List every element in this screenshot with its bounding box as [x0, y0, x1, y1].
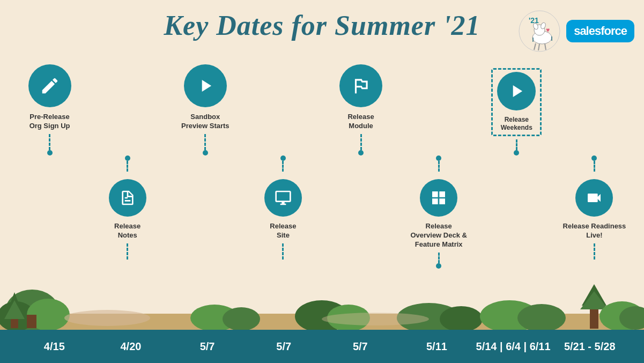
release-readiness-dot [591, 155, 597, 161]
release-readiness-label: Release ReadinessLive! [563, 222, 626, 240]
release-module-label: ReleaseModule [347, 113, 374, 131]
video-icon [586, 189, 603, 206]
release-overview-vline-bottom [438, 253, 440, 263]
col-release-weekends: ReleaseWeekends [478, 68, 556, 155]
col-release-module: ReleaseModule [322, 64, 400, 155]
sandbox-dot [203, 150, 208, 155]
pre-release-label: Pre-ReleaseOrg Sign Up [29, 113, 70, 131]
module-vline-bottom [360, 134, 362, 150]
salesforce-logo: salesforce [566, 20, 634, 42]
release-weekends-icon-circle [497, 72, 536, 110]
release-overview-dot [436, 155, 441, 161]
sf-logo-text: salesforce [574, 24, 627, 38]
weekends-vline-bottom [516, 139, 517, 150]
release-weekends-label: ReleaseWeekends [497, 116, 536, 132]
sandbox-preview-label: SandboxPreview Starts [181, 113, 230, 131]
release-site-dot [280, 155, 286, 161]
release-overview-label: ReleaseOverview Deck &Feature Matrix [410, 222, 467, 249]
date-label-8: 5/21 - 5/28 [551, 340, 628, 353]
col-release-readiness: Release ReadinessLive! [556, 155, 633, 260]
svg-text:♥: ♥ [546, 26, 550, 34]
goat-badge-icon: '21 ♥ [518, 10, 561, 53]
date-label-4: 5/7 [246, 340, 322, 353]
release-notes-dot [125, 155, 130, 161]
col-release-site: ReleaseSite [244, 155, 322, 260]
col-release-notes: ReleaseNotes [88, 155, 166, 260]
release-site-vline-bottom [282, 243, 284, 260]
date-label-2: 4/20 [93, 340, 169, 353]
col-release-overview: ReleaseOverview Deck &Feature Matrix [400, 155, 478, 269]
document-icon [119, 189, 136, 206]
release-weekends-dashed-box: ReleaseWeekends [491, 68, 542, 136]
col-sandbox-preview: SandboxPreview Starts [166, 64, 244, 155]
release-readiness-vline-top [594, 161, 595, 172]
date-label-3: 5/7 [169, 340, 246, 353]
date-label-6: 5/11 [398, 340, 475, 353]
release-readiness-vline-bottom [594, 243, 595, 260]
sandbox-vline-bottom [204, 134, 206, 150]
logo-area: '21 ♥ salesforce [518, 10, 634, 53]
play-icon [195, 76, 216, 96]
release-site-label: ReleaseSite [270, 222, 296, 240]
grid-icon [430, 189, 447, 206]
edit-icon [40, 76, 60, 96]
date-bar: 4/15 4/20 5/7 5/7 5/7 5/11 5/14 | 6/4 | … [0, 330, 644, 363]
svg-text:'21: '21 [529, 16, 539, 25]
date-label-1: 4/15 [16, 340, 93, 353]
release-notes-label: ReleaseNotes [114, 222, 140, 240]
monitor-icon [275, 189, 292, 206]
play2-icon [506, 81, 527, 101]
release-module-icon-circle [339, 64, 382, 107]
pre-release-dot [47, 150, 53, 155]
release-site-vline-top [282, 161, 284, 172]
release-notes-vline-top [127, 161, 128, 172]
weekends-dot [514, 150, 519, 155]
sandbox-preview-icon-circle [184, 64, 227, 107]
date-label-7: 5/14 | 6/4 | 6/11 [475, 340, 552, 353]
release-readiness-icon-circle [575, 179, 613, 217]
pre-release-vline-bottom [49, 134, 50, 150]
date-label-5: 5/7 [322, 340, 399, 353]
col-pre-release: Pre-ReleaseOrg Sign Up [11, 64, 88, 155]
module-dot [358, 150, 364, 155]
release-notes-vline-bottom [127, 243, 128, 260]
release-overview-icon-circle [420, 179, 457, 217]
release-overview-vline-top [438, 161, 440, 172]
release-overview-dot2 [436, 263, 441, 269]
release-notes-icon-circle [109, 179, 146, 217]
mountain-icon [351, 76, 371, 96]
pre-release-icon-circle [28, 64, 71, 107]
release-site-icon-circle [264, 179, 302, 217]
